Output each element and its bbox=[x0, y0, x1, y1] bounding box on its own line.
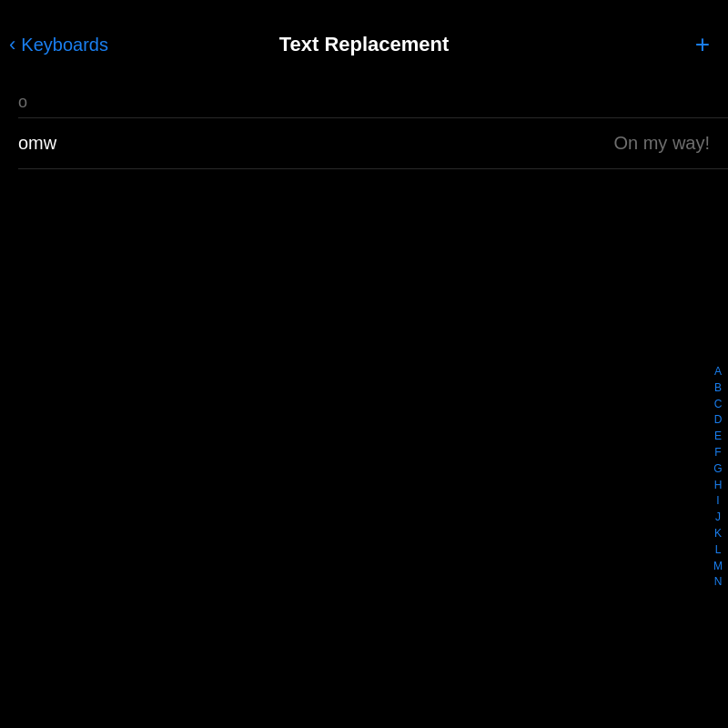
alpha-letter-d[interactable]: D bbox=[714, 412, 723, 428]
alpha-letter-k[interactable]: K bbox=[714, 526, 722, 541]
nav-bar: ‹ Keyboards Text Replacement + bbox=[0, 0, 728, 82]
alpha-letter-f[interactable]: F bbox=[714, 445, 721, 460]
alpha-letter-l[interactable]: L bbox=[715, 542, 722, 558]
alphabet-index: ABCDEFGHIJKLMN bbox=[713, 364, 723, 590]
alpha-letter-g[interactable]: G bbox=[713, 461, 722, 477]
add-button[interactable]: + bbox=[695, 32, 710, 57]
alpha-letter-i[interactable]: I bbox=[716, 493, 719, 509]
section-label: o bbox=[0, 82, 728, 117]
alpha-letter-h[interactable]: H bbox=[714, 478, 723, 493]
chevron-left-icon: ‹ bbox=[9, 33, 15, 56]
alpha-letter-c[interactable]: C bbox=[714, 397, 723, 412]
shortcut-text: omw bbox=[18, 133, 56, 154]
back-button[interactable]: ‹ Keyboards bbox=[9, 33, 108, 56]
alpha-letter-n[interactable]: N bbox=[714, 574, 723, 590]
alpha-letter-a[interactable]: A bbox=[714, 364, 722, 379]
list-item[interactable]: omw On my way! bbox=[0, 118, 728, 168]
alpha-letter-b[interactable]: B bbox=[714, 380, 722, 396]
alpha-letter-j[interactable]: J bbox=[715, 510, 721, 525]
alpha-letter-m[interactable]: M bbox=[713, 559, 723, 574]
alpha-letter-e[interactable]: E bbox=[714, 429, 722, 444]
page-title: Text Replacement bbox=[279, 33, 450, 56]
back-label: Keyboards bbox=[21, 35, 108, 56]
bottom-divider bbox=[18, 168, 728, 169]
phrase-text: On my way! bbox=[613, 133, 710, 154]
